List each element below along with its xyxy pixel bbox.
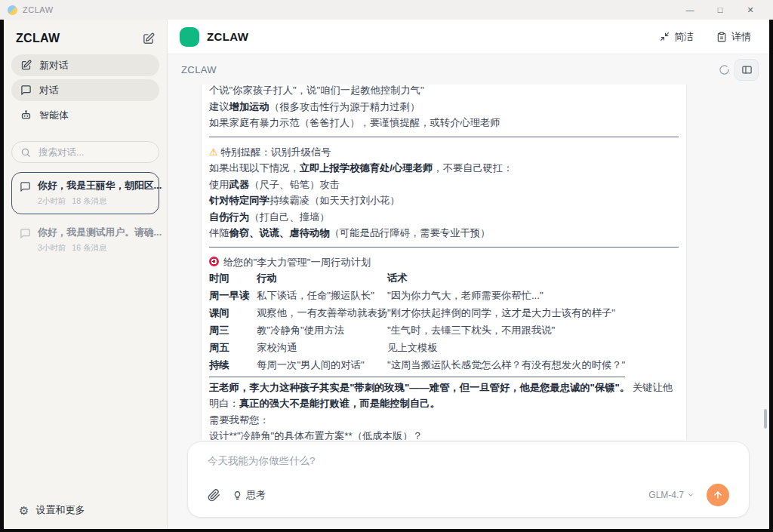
search-box[interactable] xyxy=(11,141,159,163)
table-cell: 课间 xyxy=(209,304,257,321)
warning-icon: ⚠ xyxy=(209,144,218,161)
table-cell: 周一早读 xyxy=(209,287,257,304)
window-title: ZCLAW xyxy=(23,5,54,14)
sidebar-nav: 新对话 对话 智能体 xyxy=(4,54,167,129)
chat-bubble-icon xyxy=(20,85,32,96)
composer-wrap: 今天我能为你做些什么? 思考 GLM-4.7 xyxy=(168,440,769,529)
settings-button[interactable]: ⚙ 设置和更多 xyxy=(4,493,167,529)
search-icon xyxy=(20,147,31,158)
message-line: 针对特定同学持续霸凌（如天天打刘小花） xyxy=(209,192,679,209)
table-cell: "生气时，去锤三下枕头，不用跟我说" xyxy=(387,321,625,339)
message-line: ⚠ 特别提醒：识别升级信号 xyxy=(209,144,679,161)
conversation-time: 2小时前 xyxy=(38,196,66,207)
conversation-item[interactable]: 你好，我是测试用户。请确... 3小时前 16 条消息 xyxy=(11,219,159,261)
sidebar-item-agents[interactable]: 智能体 xyxy=(11,104,159,126)
message-line: 如果家庭有暴力示范（爸爸打人），要谨慎提醒，或转介心理老师 xyxy=(209,115,679,131)
chat-title-actions xyxy=(719,59,759,81)
conversation-meta: 3小时前 16 条消息 xyxy=(38,243,162,254)
conversation-title: 你好，我是测试用户。请确... xyxy=(38,226,162,239)
send-button[interactable] xyxy=(707,484,729,506)
refresh-icon[interactable] xyxy=(719,64,730,75)
maximize-button[interactable]: □ xyxy=(705,0,735,20)
message-line: 建议增加运动（很多攻击性行为源于精力过剩） xyxy=(209,99,679,115)
window-titlebar: ZCLAW — □ ✕ xyxy=(0,0,773,20)
table-cell: "刚才你扶起摔倒的同学，这才是大力士该有的样子" xyxy=(387,304,625,321)
table-row: 周三教"冷静角"使用方法"生气时，去锤三下枕头，不用跟我说" xyxy=(209,321,625,339)
details-view-button[interactable]: 详情 xyxy=(716,30,751,44)
divider xyxy=(209,247,679,248)
table-cell: 见上文模板 xyxy=(387,339,625,356)
table-cell: 观察他，一有友善举动就表扬 xyxy=(257,304,387,321)
chat-bubble-icon xyxy=(20,181,31,207)
arrow-up-icon xyxy=(713,490,723,500)
message-line: 个说"你家孩子打人"，说"咱们一起教他控制力气" xyxy=(209,85,679,99)
table-header-cell: 时间 xyxy=(209,271,257,287)
chat-bubble-icon xyxy=(20,228,31,254)
model-selector[interactable]: GLM-4.7 xyxy=(648,490,694,500)
conversation-item-selected[interactable]: 你好，我是王丽华，朝阳区... 2小时前 18 条消息 xyxy=(11,172,159,214)
divider xyxy=(209,137,679,137)
table-cell: 每周一次"男人间的对话" xyxy=(257,356,387,377)
scrollbar-thumb[interactable] xyxy=(764,409,767,429)
conversation-time: 3小时前 xyxy=(38,243,66,254)
app-icon xyxy=(8,5,17,15)
main-area: ZCLAW 简洁 详情 ZCLAW 个说"你家孩子打人"，说"咱们 xyxy=(168,20,769,529)
compact-label: 简洁 xyxy=(674,30,694,44)
compose-icon[interactable] xyxy=(142,32,155,45)
conversation-title: 你好，我是王丽华，朝阳区... xyxy=(38,180,162,192)
sidebar-item-new-chat[interactable]: 新对话 xyxy=(11,54,159,76)
message-line: 伴随偷窃、说谎、虐待动物（可能是品行障碍，需要专业干预） xyxy=(209,225,679,241)
composer-left-actions: 思考 xyxy=(208,488,266,502)
message-line: 如果出现以下情况，立即上报学校德育处/心理老师，不要自己硬扛： xyxy=(209,160,679,177)
close-button[interactable]: ✕ xyxy=(735,0,765,20)
conversation-list: 你好，我是王丽华，朝阳区... 2小时前 18 条消息 你好，我是测试用户。请确… xyxy=(4,163,167,266)
details-label: 详情 xyxy=(731,30,751,44)
sidebar-title: ZCLAW xyxy=(16,32,60,45)
nav-label: 对话 xyxy=(39,84,59,97)
message-line: 使用武器（尺子、铅笔）攻击 xyxy=(209,177,679,193)
window-controls: — □ ✕ xyxy=(675,0,765,20)
message-line: 设计**"冷静角"的具体布置方案**（低成本版）？ xyxy=(209,428,679,440)
think-toggle[interactable]: 思考 xyxy=(233,488,266,502)
table-header-cell: 话术 xyxy=(387,271,625,287)
composer-toolbar: 思考 GLM-4.7 xyxy=(208,484,729,506)
compact-view-button[interactable]: 简洁 xyxy=(660,30,694,44)
table-cell: 私下谈话，任命"搬运队长" xyxy=(257,287,387,304)
search-input[interactable] xyxy=(37,146,146,158)
robot-icon xyxy=(20,109,32,121)
table-cell: "这周当搬运队长感觉怎么样？有没有想发火的时候？" xyxy=(387,356,625,377)
chat-title: ZCLAW xyxy=(181,64,217,75)
nav-label: 智能体 xyxy=(39,109,69,122)
conversation-count: 18 条消息 xyxy=(72,196,106,207)
table-row: 持续每周一次"男人间的对话""这周当搬运队长感觉怎么样？有没有想发火的时候？" xyxy=(209,356,625,377)
app-window: ZCLAW 新对话 对话 智能体 xyxy=(4,20,769,529)
sidebar: ZCLAW 新对话 对话 智能体 xyxy=(4,20,168,529)
message-content: 个说"你家孩子打人"，说"咱们一起教他控制力气"建议增加运动（很多攻击性行为源于… xyxy=(209,85,679,440)
clipboard-icon xyxy=(716,32,727,42)
assistant-message-card: 个说"你家孩子打人"，说"咱们一起教他控制力气"建议增加运动（很多攻击性行为源于… xyxy=(201,85,687,440)
search-wrap xyxy=(11,141,159,163)
compose-icon xyxy=(20,60,32,71)
message-line: 需要我帮您： xyxy=(209,412,679,429)
sidebar-item-chats[interactable]: 对话 xyxy=(11,79,159,101)
header-actions: 简洁 详情 xyxy=(660,30,751,44)
minimize-button[interactable]: — xyxy=(675,0,705,20)
model-name: GLM-4.7 xyxy=(648,490,684,500)
action-plan-table: 时间行动话术周一早读私下谈话，任命"搬运队长""因为你力气大，老师需要你帮忙..… xyxy=(209,271,625,377)
panel-toggle-button[interactable] xyxy=(735,59,759,81)
target-icon xyxy=(209,257,219,266)
table-cell: 家校沟通 xyxy=(257,339,387,356)
table-cell: 周三 xyxy=(209,321,257,339)
chat-titlebar: ZCLAW xyxy=(168,54,769,85)
table-row: 周一早读私下谈话，任命"搬运队长""因为你力气大，老师需要你帮忙..." xyxy=(209,287,625,304)
composer-placeholder: 今天我能为你做些什么? xyxy=(208,454,729,468)
table-cell: 教"冷静角"使用方法 xyxy=(257,321,387,339)
chat-scroll-area[interactable]: 个说"你家孩子打人"，说"咱们一起教他控制力气"建议增加运动（很多攻击性行为源于… xyxy=(168,85,769,440)
main-header: ZCLAW 简洁 详情 xyxy=(168,20,769,54)
chevron-down-icon xyxy=(687,491,694,499)
attachment-icon[interactable] xyxy=(208,489,220,502)
composer[interactable]: 今天我能为你做些什么? 思考 GLM-4.7 xyxy=(187,441,750,518)
brand-name: ZCLAW xyxy=(207,30,248,43)
conversation-count: 16 条消息 xyxy=(72,243,106,254)
gear-icon: ⚙ xyxy=(19,505,29,516)
